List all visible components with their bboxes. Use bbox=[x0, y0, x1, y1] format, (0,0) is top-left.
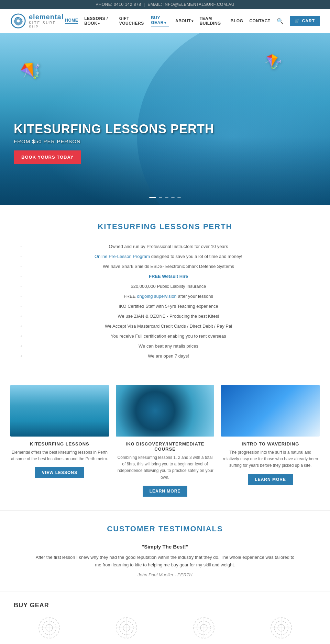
nav-team[interactable]: TEAM BUILDING bbox=[200, 16, 224, 26]
spinner-svg bbox=[37, 616, 61, 640]
testimonials-title: CUSTOMER TESTIMONIALS bbox=[21, 524, 309, 533]
card-text-kitesurfing: Elemental offers the best kitesurfing le… bbox=[10, 449, 109, 462]
logo-text: elemental KITE SURF SUP bbox=[29, 13, 65, 29]
nav-about[interactable]: ABOUT bbox=[175, 19, 194, 23]
feature-item: You receive Full certification enabling … bbox=[21, 331, 309, 341]
feature-item: $20,000,000 Public Liability Insurance bbox=[21, 281, 309, 291]
gear-item-kima[interactable]: KIMA V-II from $880.00 bbox=[168, 616, 239, 644]
nav-home[interactable]: HOME bbox=[65, 18, 78, 24]
card-title-waveriding: INTRO TO WAVERIDING bbox=[221, 441, 320, 447]
gear-item-reo[interactable]: REO V4 from $1,249.00 bbox=[246, 616, 316, 644]
card-btn-iko[interactable]: LEARN MORE bbox=[143, 486, 188, 497]
features-section: KITESURFING LESSONS PERTH Owned and run … bbox=[0, 205, 330, 378]
cart-button[interactable]: 🛒 CART bbox=[290, 16, 320, 26]
feature-item: We have Shark Shields ESDS- Electronic S… bbox=[21, 261, 309, 271]
email-label: EMAIL: bbox=[147, 2, 162, 7]
phone-number: 0410 142 878 bbox=[114, 2, 141, 7]
feature-item: We Accept Visa Mastercard Credit Cards /… bbox=[21, 321, 309, 331]
supervision-link[interactable]: ongoing supervision bbox=[137, 294, 177, 299]
testimonials-section: CUSTOMER TESTIMONIALS "Simply The Best!"… bbox=[0, 511, 330, 591]
spinner-svg-3 bbox=[192, 616, 216, 640]
feature-item: We are open 7 days! bbox=[21, 351, 309, 361]
free-wetsuit: FREE Wetsuit Hire bbox=[149, 274, 188, 279]
gear-spinner-kima bbox=[190, 616, 218, 643]
hero-subtitle: FROM $50 PER PERSON bbox=[14, 138, 214, 144]
svg-point-1 bbox=[16, 19, 20, 22]
slider-dot-3[interactable] bbox=[165, 197, 168, 198]
buy-gear-section: BUY GEAR AQUILA V-II from $960.00 bbox=[0, 591, 330, 644]
feature-item: Online Pre-Lesson Program designed to sa… bbox=[21, 251, 309, 261]
top-bar: PHONE: 0410 142 878 | EMAIL: INFO@ELEMEN… bbox=[0, 0, 330, 9]
feature-item: Owned and run by Professional Instructor… bbox=[21, 241, 309, 251]
phone-label: PHONE: bbox=[96, 2, 112, 7]
hero-section: 🪁 🪁 KITESURFING LESSONS PERTH FROM $50 P… bbox=[0, 33, 330, 205]
slider-dot-5[interactable] bbox=[177, 197, 181, 198]
feature-item: IKO Certified Staff with 5+yrs Teaching … bbox=[21, 301, 309, 311]
pre-lesson-link[interactable]: Online Pre-Lesson Program bbox=[95, 254, 150, 259]
testimonial-text: After the first lesson I knew why they h… bbox=[34, 554, 296, 569]
card-image-waveriding bbox=[221, 385, 320, 437]
card-text-waveriding: The progression into the surf is a natur… bbox=[221, 449, 320, 469]
card-btn-kitesurfing[interactable]: VIEW LESSONS bbox=[35, 467, 84, 478]
feature-item: We can beat any retails prices bbox=[21, 341, 309, 351]
testimonial-quote: "Simply The Best!" bbox=[21, 544, 309, 550]
card-image-iko bbox=[116, 385, 214, 437]
gear-spinner-reo bbox=[267, 616, 295, 643]
hero-content: KITESURFING LESSONS PERTH FROM $50 PER P… bbox=[14, 122, 214, 164]
feature-item: FREE Wetsuit Hire bbox=[21, 271, 309, 281]
logo[interactable]: elemental KITE SURF SUP bbox=[10, 12, 65, 30]
cart-label: CART bbox=[302, 19, 315, 23]
hero-cta-button[interactable]: BOOK YOURS TODAY bbox=[14, 150, 81, 164]
brand-tagline: KITE SURF SUP bbox=[29, 21, 65, 29]
gear-spinner-aquila bbox=[35, 616, 63, 643]
nav-vouchers[interactable]: GIFT VOUCHERS bbox=[119, 16, 145, 26]
logo-icon bbox=[10, 12, 26, 30]
card-image-kitesurfing bbox=[10, 385, 109, 437]
slider-dot-1[interactable] bbox=[149, 197, 156, 198]
gear-spinner-hantu bbox=[113, 616, 140, 643]
feature-item: We use ZIAN & OZONE - Producing the best… bbox=[21, 311, 309, 321]
nav-blog[interactable]: BLOG bbox=[231, 19, 243, 23]
feature-item: FREE ongoing supervision after your less… bbox=[21, 291, 309, 301]
card-iko: IKO DISCOVERY/INTERMEDIATE COURSE Combin… bbox=[116, 385, 214, 497]
card-text-iko: Combining kitesurfing lessons 1, 2 and 3… bbox=[116, 454, 214, 481]
features-title: KITESURFING LESSONS PERTH bbox=[21, 222, 309, 231]
card-btn-waveriding[interactable]: LEARN MORE bbox=[248, 474, 293, 485]
hero-title: KITESURFING LESSONS PERTH bbox=[14, 122, 214, 136]
slider-dot-4[interactable] bbox=[171, 197, 175, 198]
header: elemental KITE SURF SUP HOME LESSONS / B… bbox=[0, 9, 330, 33]
email-address: INFO@ELEMENTALSURF.COM.AU bbox=[163, 2, 234, 7]
spinner-svg-4 bbox=[269, 616, 293, 640]
nav-lessons[interactable]: LESSONS / BOOK bbox=[84, 16, 113, 26]
gear-item-aquila[interactable]: AQUILA V-II from $960.00 bbox=[14, 616, 84, 644]
gear-grid: AQUILA V-II from $960.00 HANTU V-II from… bbox=[14, 616, 316, 644]
slider-dot-2[interactable] bbox=[159, 197, 162, 198]
nav-buy-gear[interactable]: BUY GEAR bbox=[151, 15, 169, 26]
features-list: Owned and run by Professional Instructor… bbox=[21, 241, 309, 361]
card-waveriding: INTRO TO WAVERIDING The progression into… bbox=[221, 385, 320, 497]
card-kitesurfing: KITESURFING LESSONS Elemental offers the… bbox=[10, 385, 109, 497]
buy-gear-title: BUY GEAR bbox=[14, 602, 316, 609]
search-icon[interactable]: 🔍 bbox=[277, 18, 284, 24]
card-title-kitesurfing: KITESURFING LESSONS bbox=[10, 441, 109, 447]
spinner-svg-2 bbox=[114, 616, 139, 640]
main-nav: HOME LESSONS / BOOK GIFT VOUCHERS BUY GE… bbox=[65, 15, 320, 26]
gear-item-hantu[interactable]: HANTU V-II from $980.00 bbox=[91, 616, 162, 644]
nav-contact[interactable]: CONTACT bbox=[249, 19, 270, 23]
testimonial-author: John Paul Mueller - PERTH bbox=[21, 572, 309, 577]
slider-dots bbox=[149, 197, 181, 198]
lesson-cards-section: KITESURFING LESSONS Elemental offers the… bbox=[0, 378, 330, 510]
brand-name: elemental bbox=[29, 13, 65, 21]
card-title-iko: IKO DISCOVERY/INTERMEDIATE COURSE bbox=[116, 441, 214, 452]
